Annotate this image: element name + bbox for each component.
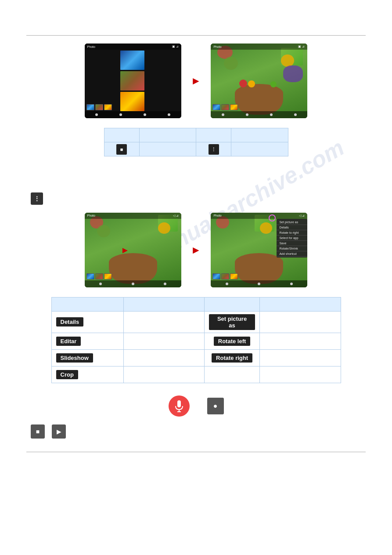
bt-rotateright-cell: Rotate right xyxy=(205,349,260,366)
tf-3 xyxy=(230,104,238,110)
bt-rotateleft-cell: Rotate left xyxy=(205,333,260,349)
nav-d-2 xyxy=(246,113,248,116)
details-button[interactable]: Details xyxy=(56,317,84,326)
fruit-bg-2: ► Photo ◁ ⊿ xyxy=(85,213,181,287)
tf-1 xyxy=(212,104,220,110)
mic-section xyxy=(169,395,190,417)
status-text-1: Photo xyxy=(87,45,95,48)
thumb-sm-3 xyxy=(104,104,112,110)
gallery-icon: ■ xyxy=(116,144,127,155)
stop-button[interactable]: ■ xyxy=(31,424,45,439)
small-icon-row: ■ ▶ xyxy=(31,424,361,439)
bt-r3-desc xyxy=(123,349,205,366)
arrow-1: ► xyxy=(191,75,201,87)
bt-details-cell: Details xyxy=(51,311,123,333)
bt-editar-cell: Editar xyxy=(51,333,123,349)
fr2-yellow xyxy=(158,222,170,234)
st1-h4 xyxy=(231,128,288,142)
tr2-2 xyxy=(95,273,103,279)
bt-slideshow-cell: Slideshow xyxy=(51,349,123,366)
table-row: Details Set picture as xyxy=(51,311,341,333)
record-button[interactable]: ● xyxy=(207,398,224,414)
bt-setpicture-cell: Set picture as xyxy=(205,311,260,333)
st1-desc1 xyxy=(139,142,196,156)
tr3-1 xyxy=(212,273,220,279)
bowl-3 xyxy=(235,253,283,284)
fruit-bg: Photo ▣ ⊿ xyxy=(211,44,307,118)
bowl-2 xyxy=(109,253,157,284)
bottom-icons-row: ● xyxy=(0,395,392,417)
bowl xyxy=(235,84,283,115)
thumb-sm-1 xyxy=(86,104,94,110)
sb3-text: Photo xyxy=(87,214,95,217)
portrait-strip xyxy=(120,51,144,111)
dropdown-item-5[interactable]: Save xyxy=(277,241,307,246)
dropdown-item-2[interactable]: Details xyxy=(277,225,307,230)
nd4-2 xyxy=(258,283,260,285)
dropdown-item-1[interactable]: Set picture as xyxy=(277,220,307,225)
nav-bar-1 xyxy=(85,111,181,118)
phone-fruit2-screen: ► Photo ◁ ⊿ xyxy=(85,213,181,287)
table-row: Crop xyxy=(51,366,341,383)
big-table: Details Set picture as Editar Rotate lef… xyxy=(51,297,341,383)
dropdown-item-4[interactable]: Select for app xyxy=(277,236,307,241)
sb4-icons: ◁ ⊿ xyxy=(299,214,305,218)
bt-r4-desc xyxy=(123,366,205,383)
sb3-icons: ◁ ⊿ xyxy=(173,214,179,218)
nav-d-4 xyxy=(294,113,297,116)
para-1 xyxy=(31,167,361,176)
bt-r3-desc2 xyxy=(259,349,341,366)
more-icon[interactable]: ⋮ xyxy=(31,192,43,205)
sb4-text: Photo xyxy=(213,214,221,217)
tr3-2 xyxy=(221,273,229,279)
nav-bar-3 xyxy=(85,280,181,287)
dropdown-item-3[interactable]: Rotate to right xyxy=(277,230,307,236)
table-row: Slideshow Rotate right xyxy=(51,349,341,366)
tf-2 xyxy=(221,104,229,110)
para-2 xyxy=(31,176,361,185)
rotate-left-button[interactable]: Rotate left xyxy=(214,337,251,346)
slideshow-button[interactable]: Slideshow xyxy=(56,353,93,363)
fruit-bg-3: Photo ◁ ⊿ Set picture as Details Rotate … xyxy=(211,213,307,287)
status-bar-2: Photo ▣ ⊿ xyxy=(211,44,307,50)
thumb-butterfly xyxy=(120,51,144,70)
mic-icon xyxy=(169,395,190,417)
nav-d-1 xyxy=(222,113,224,116)
nd4-3 xyxy=(290,283,293,285)
bt-h1 xyxy=(51,297,123,311)
set-picture-as-button[interactable]: Set picture as xyxy=(209,314,255,330)
thumb-row-fruit xyxy=(212,104,238,110)
st1-icon1: ■ xyxy=(104,142,139,156)
nav-dot-3 xyxy=(144,113,146,116)
rotate-right-button[interactable]: Rotate right xyxy=(212,353,252,363)
nd4-1 xyxy=(226,283,228,285)
st1-h3 xyxy=(196,128,231,142)
table-row: ■ ⋮ xyxy=(104,142,288,156)
nav-dot-2 xyxy=(119,113,122,116)
arrow-2: ► xyxy=(191,244,201,256)
tap-arrow: ► xyxy=(121,245,129,255)
phone-fruit-screen: Photo ▣ ⊿ xyxy=(211,44,307,118)
small-table-1: ■ ⋮ xyxy=(104,128,288,156)
dropdown-item-7[interactable]: Add shortcut xyxy=(277,251,307,257)
section-images-mid: ► Photo ◁ ⊿ ► xyxy=(0,213,392,287)
status-icons-2: ▣ ⊿ xyxy=(298,45,305,48)
tr2-1 xyxy=(86,273,94,279)
bt-r2-desc2 xyxy=(259,333,341,349)
more-icon-table: ⋮ xyxy=(209,144,219,155)
dropdown-item-6[interactable]: Rotate/Shrink xyxy=(277,246,307,251)
svg-rect-0 xyxy=(177,400,181,407)
text-section-1 xyxy=(31,167,361,185)
bt-h4 xyxy=(259,297,341,311)
fruit-green xyxy=(224,57,238,70)
nav-bar-2 xyxy=(211,111,307,118)
bt-h3 xyxy=(205,297,260,311)
play-button[interactable]: ▶ xyxy=(52,424,66,439)
thumb-fruit xyxy=(120,71,144,91)
nd3-1 xyxy=(99,283,102,285)
bt-r2-desc xyxy=(123,333,205,349)
section-images-top: Photo ▣ ⊿ ► xyxy=(0,44,392,118)
crop-button[interactable]: Crop xyxy=(56,370,78,379)
st1-icon2: ⋮ xyxy=(196,142,231,156)
editar-button[interactable]: Editar xyxy=(56,337,81,346)
